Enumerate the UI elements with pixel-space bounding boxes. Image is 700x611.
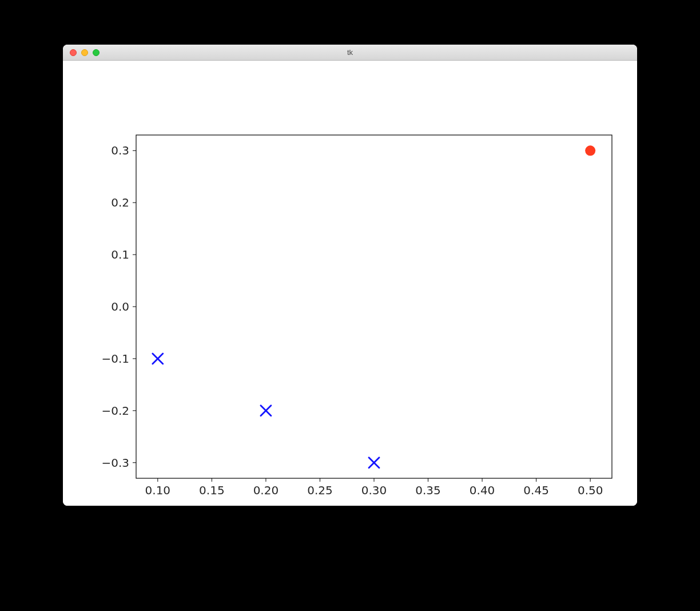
x-tick-label: 0.30 — [361, 483, 387, 497]
x-tick-label: 0.10 — [145, 483, 171, 497]
axes-frame — [136, 135, 612, 478]
y-tick-label: 0.3 — [111, 144, 129, 157]
data-point-dot — [585, 145, 595, 156]
x-tick-label: 0.25 — [307, 483, 333, 497]
titlebar[interactable]: tk — [63, 45, 637, 61]
app-window: tk 0.100.150.200.250.300.350.400.450.50−… — [63, 45, 637, 506]
data-point-x — [369, 458, 379, 468]
window-title: tk — [63, 48, 637, 57]
x-tick-label: 0.50 — [578, 483, 603, 497]
data-point-x — [153, 354, 163, 364]
maximize-icon[interactable] — [93, 49, 100, 56]
y-tick-label: 0.0 — [111, 300, 129, 314]
x-tick-label: 0.40 — [470, 483, 495, 497]
y-tick-label: −0.2 — [101, 404, 129, 418]
y-tick-label: 0.2 — [111, 196, 129, 209]
y-tick-label: −0.3 — [101, 456, 129, 470]
close-icon[interactable] — [70, 49, 77, 56]
minimize-icon[interactable] — [81, 49, 88, 56]
traffic-lights — [63, 49, 100, 56]
scatter-chart: 0.100.150.200.250.300.350.400.450.50−0.3… — [63, 61, 637, 506]
x-tick-label: 0.45 — [523, 483, 549, 497]
x-tick-label: 0.15 — [199, 483, 225, 497]
y-tick-label: −0.1 — [101, 352, 129, 366]
plot-area: 0.100.150.200.250.300.350.400.450.50−0.3… — [63, 61, 637, 506]
y-tick-label: 0.1 — [111, 248, 129, 261]
x-tick-label: 0.35 — [415, 483, 441, 497]
x-tick-label: 0.20 — [253, 483, 279, 497]
data-point-x — [261, 406, 271, 416]
